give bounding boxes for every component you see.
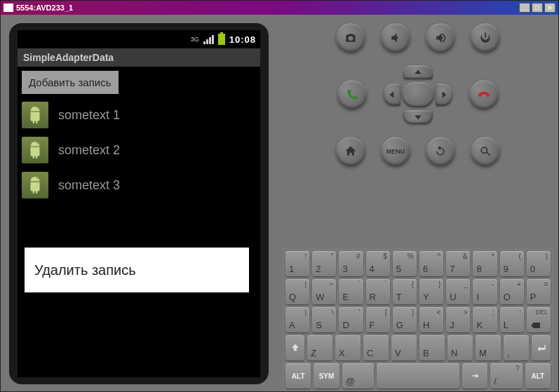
key-M[interactable]: M. <box>476 335 501 360</box>
status-clock: 10:08 <box>229 34 256 45</box>
dpad-right[interactable] <box>436 83 452 106</box>
list-item-label: sometext 3 <box>58 178 120 193</box>
home-button[interactable] <box>336 137 365 166</box>
key-sym[interactable]: SYM <box>314 363 339 388</box>
key-N[interactable]: N <box>447 335 473 360</box>
key-/[interactable]: /? <box>490 363 522 388</box>
list-item-label: sometext 2 <box>58 143 120 158</box>
android-icon <box>22 172 48 198</box>
key-row-4: ZXCVBNM., <box>285 335 551 360</box>
key-3[interactable]: 3# <box>339 251 363 276</box>
key-5[interactable]: 5% <box>393 251 417 276</box>
list-item-label: sometext 1 <box>58 108 120 123</box>
key-7[interactable]: 7& <box>446 251 470 276</box>
hardware-controls: MENU <box>288 23 548 234</box>
signal-icon <box>203 34 214 44</box>
key-Z[interactable]: Z <box>307 335 332 360</box>
key-2[interactable]: 2" <box>312 251 336 276</box>
item-list: sometext 1 sometext 2 some <box>18 100 260 205</box>
key-shift[interactable] <box>285 335 304 360</box>
volume-down-button[interactable] <box>381 23 410 53</box>
key-1[interactable]: 1! <box>285 251 309 276</box>
maximize-button[interactable]: □ <box>532 3 543 13</box>
key-Y[interactable]: Y} <box>419 279 443 304</box>
minimize-button[interactable]: _ <box>519 3 530 13</box>
android-icon <box>22 102 48 128</box>
power-button[interactable] <box>471 23 500 53</box>
key-@[interactable]: @ <box>342 363 374 388</box>
emulator-window: 5554:AVD233_1 _ □ × 3G 10:08 SimpleAdapt… <box>0 0 559 392</box>
key-enter[interactable] <box>532 335 551 360</box>
key-4[interactable]: 4$ <box>366 251 390 276</box>
key-X[interactable]: X <box>335 335 361 360</box>
list-item[interactable]: sometext 2 <box>18 135 260 170</box>
key-C[interactable]: C <box>363 335 389 360</box>
key-G[interactable]: G] <box>393 307 417 332</box>
status-bar: 3G 10:08 <box>18 30 260 48</box>
app-title: SimpleAdapterData <box>18 48 260 67</box>
key-del[interactable]: DEL <box>527 307 551 332</box>
battery-icon <box>218 34 225 45</box>
list-item[interactable]: sometext 1 <box>18 100 260 135</box>
back-button[interactable] <box>426 137 455 166</box>
camera-button[interactable] <box>336 23 365 53</box>
key-6[interactable]: 6^ <box>419 251 443 276</box>
key-8[interactable]: 8* <box>473 251 497 276</box>
add-record-button[interactable]: Добавить запись <box>22 71 119 94</box>
call-button[interactable] <box>337 80 367 109</box>
window-title: 5554:AVD233_1 <box>16 4 73 12</box>
android-icon <box>22 137 48 163</box>
window-titlebar: 5554:AVD233_1 _ □ × <box>1 1 558 15</box>
key-U[interactable]: U_ <box>446 279 470 304</box>
key-T[interactable]: T{ <box>393 279 417 304</box>
key-J[interactable]: J> <box>446 307 470 332</box>
key-A[interactable]: A| <box>285 307 309 332</box>
window-icon <box>4 4 13 12</box>
key-0[interactable]: 0) <box>527 251 551 276</box>
volume-up-button[interactable] <box>426 23 455 53</box>
dpad <box>379 65 457 124</box>
key-E[interactable]: E` <box>339 279 363 304</box>
key-S[interactable]: S\ <box>312 307 336 332</box>
end-call-button[interactable] <box>469 80 499 109</box>
app-body: Добавить запись sometext 1 s <box>18 67 260 377</box>
key-,[interactable]: , <box>504 335 529 360</box>
key-right[interactable] <box>462 363 487 388</box>
dpad-left[interactable] <box>384 83 400 106</box>
dpad-up[interactable] <box>403 65 433 79</box>
key-space[interactable] <box>377 363 459 388</box>
list-item[interactable]: sometext 3 <box>18 170 260 205</box>
window-body: 3G 10:08 SimpleAdapterData Добавить запи… <box>1 15 558 391</box>
close-button[interactable]: × <box>544 3 555 13</box>
phone-screen: 3G 10:08 SimpleAdapterData Добавить запи… <box>18 30 260 377</box>
search-button[interactable] <box>471 137 500 166</box>
key-H[interactable]: H< <box>419 307 443 332</box>
key-K[interactable]: K; <box>473 307 497 332</box>
key-O[interactable]: O+ <box>500 279 524 304</box>
key-F[interactable]: F[ <box>366 307 390 332</box>
hardware-keyboard: 1!2"3#4$5%6^7&8*9(0) Q|W~E`R´T{Y}U_I-O+P… <box>283 248 553 391</box>
dpad-center[interactable] <box>402 82 434 107</box>
key-Q[interactable]: Q| <box>285 279 309 304</box>
key-row-2: Q|W~E`R´T{Y}U_I-O+P= <box>285 279 551 304</box>
key-row-1: 1!2"3#4$5%6^7&8*9(0) <box>285 251 551 276</box>
key-D[interactable]: D' <box>339 307 363 332</box>
key-B[interactable]: B <box>419 335 445 360</box>
network-label: 3G <box>191 36 199 43</box>
dpad-down[interactable] <box>403 110 433 124</box>
key-P[interactable]: P= <box>527 279 551 304</box>
context-menu-delete[interactable]: Удалить запись <box>25 248 249 292</box>
key-row-3: A|S\D'F[G]H<J>K;L:DEL <box>285 307 551 332</box>
key-V[interactable]: V <box>391 335 417 360</box>
key-I[interactable]: I- <box>473 279 497 304</box>
key-9[interactable]: 9( <box>500 251 524 276</box>
phone-frame: 3G 10:08 SimpleAdapterData Добавить запи… <box>9 23 269 384</box>
key-row-5: ALTSYM@/?ALT <box>285 363 551 388</box>
key-L[interactable]: L: <box>500 307 524 332</box>
key-alt[interactable]: ALT <box>285 363 311 388</box>
key-R[interactable]: R´ <box>366 279 390 304</box>
menu-button[interactable]: MENU <box>381 137 410 166</box>
key-W[interactable]: W~ <box>312 279 336 304</box>
key-alt[interactable]: ALT <box>525 363 551 388</box>
